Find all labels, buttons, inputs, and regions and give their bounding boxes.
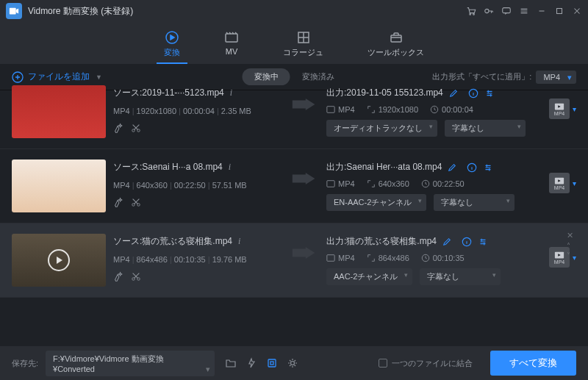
cut-icon[interactable] — [131, 123, 141, 133]
advanced-settings-icon[interactable] — [478, 237, 488, 247]
effects-icon[interactable] — [113, 197, 123, 207]
nav-label: 変換 — [164, 47, 180, 58]
video-thumbnail[interactable] — [12, 159, 106, 212]
svg-rect-9 — [391, 35, 401, 42]
clock-icon — [421, 254, 430, 262]
output-filename: 出力:2019-11-05 155123.mp4 — [326, 87, 443, 99]
svg-rect-5 — [557, 9, 562, 14]
hardware-accel-icon[interactable] — [245, 357, 257, 369]
arrow-icon — [290, 97, 319, 112]
clock-icon — [430, 105, 439, 114]
file-row[interactable]: ソース:2019-11-···5123.mp4 i MP41920x108000… — [0, 75, 588, 149]
svg-rect-30 — [270, 362, 273, 365]
tab-mv[interactable]: MV — [217, 28, 246, 64]
video-thumbnail[interactable] — [12, 234, 106, 287]
mv-icon — [224, 31, 239, 44]
audio-track-dropdown[interactable]: EN-AAC-2チャンネル — [326, 194, 426, 211]
effects-icon[interactable] — [113, 123, 123, 133]
file-list: ソース:2019-11-···5123.mp4 i MP41920x108000… — [0, 75, 588, 346]
output-filename: 出力:猫の荒ぶる寝相集.mp4 — [326, 235, 437, 248]
audio-track-dropdown[interactable]: オーディオトラックなし — [326, 120, 437, 137]
format-icon — [326, 179, 335, 188]
output-info-icon[interactable] — [467, 162, 477, 173]
source-meta: MP4640x36000:22:5057.51 MB — [113, 181, 282, 190]
rename-icon[interactable] — [449, 89, 458, 98]
svg-rect-20 — [327, 181, 334, 187]
key-icon[interactable] — [484, 6, 494, 16]
titlebar: Vidmore 動画変換 (未登録) — [0, 0, 588, 22]
svg-point-2 — [473, 14, 475, 15]
tab-collage[interactable]: コラージュ — [276, 28, 331, 64]
audio-track-dropdown[interactable]: AAC-2チャンネル — [326, 268, 412, 285]
arrow-icon — [290, 245, 319, 260]
source-filename: ソース:2019-11-···5123.mp4 — [113, 87, 224, 99]
video-thumbnail[interactable] — [12, 85, 106, 138]
feedback-icon[interactable] — [501, 6, 512, 16]
format-icon — [326, 254, 335, 262]
effects-icon[interactable] — [113, 271, 123, 282]
output-filename: 出力:Saenai Her···ata 08.mp4 — [326, 161, 442, 173]
output-format-button[interactable]: MP4 — [549, 98, 570, 119]
advanced-settings-icon[interactable] — [484, 88, 495, 98]
open-folder-icon[interactable] — [225, 357, 237, 369]
convert-all-button[interactable]: すべて変換 — [490, 351, 576, 376]
output-format-button[interactable]: MP4 — [549, 173, 570, 193]
file-row[interactable]: ソース:Saenai H···a 08.mp4 i MP4640x36000:2… — [0, 149, 588, 223]
resolution-icon — [367, 254, 376, 262]
maximize-icon[interactable] — [554, 6, 564, 16]
resolution-icon — [367, 179, 376, 188]
svg-point-1 — [470, 14, 471, 15]
cut-icon[interactable] — [131, 197, 141, 207]
nav-label: コラージュ — [283, 47, 323, 58]
advanced-settings-icon[interactable] — [483, 162, 493, 173]
svg-rect-0 — [10, 8, 16, 15]
collage-icon — [296, 31, 311, 44]
move-down-icon[interactable]: ˅ — [567, 251, 573, 259]
move-up-icon[interactable]: ˄ — [567, 242, 573, 250]
output-info-icon[interactable] — [468, 88, 478, 98]
convert-icon — [165, 31, 179, 44]
menu-icon[interactable] — [519, 6, 529, 16]
chevron-down-icon[interactable]: ▾ — [573, 105, 576, 113]
nav-label: MV — [226, 47, 238, 56]
subtitle-dropdown[interactable]: 字幕なし — [445, 120, 526, 137]
svg-point-31 — [291, 362, 295, 365]
save-location-label: 保存先: — [12, 358, 38, 369]
file-row[interactable]: ソース:猫の荒ぶる寝相集.mp4 i MP4864x48600:10:3519.… — [0, 223, 588, 298]
rename-icon[interactable] — [442, 237, 451, 246]
arrow-icon — [290, 171, 319, 186]
source-meta: MP41920x108000:00:042.35 MB — [113, 107, 282, 115]
settings-icon[interactable] — [287, 357, 298, 369]
minimize-icon[interactable] — [537, 6, 547, 16]
cart-icon[interactable] — [466, 6, 476, 16]
subtitle-dropdown[interactable]: 字幕なし — [434, 194, 514, 211]
tab-convert[interactable]: 変換 — [157, 28, 187, 64]
resolution-icon — [367, 105, 376, 114]
rename-icon[interactable] — [448, 163, 456, 172]
format-icon — [326, 105, 335, 114]
info-icon[interactable]: i — [230, 87, 232, 98]
svg-rect-14 — [327, 107, 334, 113]
footer-bar: 保存先: F:¥Vidmore¥Vidmore 動画変換¥Converted 一… — [0, 346, 588, 380]
tab-toolbox[interactable]: ツールボックス — [360, 28, 431, 64]
svg-rect-29 — [268, 359, 276, 367]
cut-icon[interactable] — [131, 271, 141, 282]
remove-row-icon[interactable]: ✕ — [567, 231, 573, 240]
merge-label: 一つのファイルに結合 — [392, 358, 473, 369]
gpu-icon[interactable] — [266, 357, 278, 369]
main-nav: 変換 MV コラージュ ツールボックス — [0, 22, 588, 64]
merge-checkbox[interactable] — [379, 359, 387, 368]
save-location-dropdown[interactable]: F:¥Vidmore¥Vidmore 動画変換¥Converted — [46, 351, 215, 376]
app-logo-icon — [6, 3, 22, 19]
nav-label: ツールボックス — [368, 47, 424, 58]
output-info-icon[interactable] — [462, 237, 472, 247]
chevron-down-icon[interactable]: ▾ — [573, 179, 576, 187]
info-icon[interactable]: i — [238, 236, 240, 247]
toolbox-icon — [389, 31, 404, 44]
close-icon[interactable] — [572, 6, 582, 16]
play-icon[interactable] — [48, 249, 70, 271]
svg-rect-7 — [226, 34, 237, 42]
subtitle-dropdown[interactable]: 字幕なし — [420, 268, 501, 285]
source-filename: ソース:Saenai H···a 08.mp4 — [113, 161, 223, 173]
info-icon[interactable]: i — [229, 162, 231, 173]
